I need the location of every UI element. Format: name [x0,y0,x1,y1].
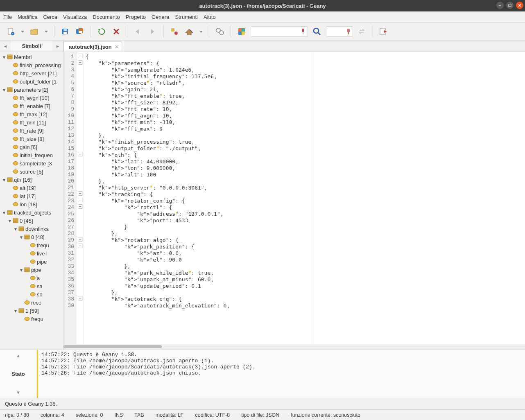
toolbar-dropdown-icon[interactable] [43,26,49,37]
tree-item[interactable]: ▾Membri [1,53,63,61]
nav-forward-button[interactable] [147,26,158,37]
status-column: colonna: 4 [41,412,64,418]
color-picker-button[interactable] [236,26,247,37]
sidebar-prev-icon[interactable]: ◂ [0,41,11,52]
tab-active-file[interactable]: autotrack(3).json ✕ [63,41,122,52]
save-all-button[interactable] [74,26,86,37]
tree-item[interactable]: fft_avgn [10] [1,94,63,102]
menu-file[interactable]: File [3,14,12,20]
horizontal-scrollbar[interactable] [63,344,525,350]
chevron-up-icon[interactable]: ▴ [17,352,20,359]
svg-point-57 [13,170,18,174]
bottom-tab-status[interactable]: Stato [11,371,25,377]
tree-item[interactable]: lat [17] [1,192,63,200]
svg-rect-27 [238,28,242,32]
tree-item[interactable]: http_server [21] [1,69,63,77]
replace-button[interactable] [356,26,368,37]
svg-rect-64 [7,210,12,212]
message-text: Questo è Geany 1.38. [5,401,57,407]
svg-rect-70 [19,227,24,228]
tree-item[interactable]: ▾0 [45] [1,217,63,225]
tree-item[interactable]: a [1,274,63,282]
new-file-button[interactable]: + [5,26,16,37]
tree-item[interactable]: fft_min [11] [1,118,63,126]
tree-item[interactable]: frequ [1,241,63,249]
menu-build[interactable]: Genera [152,14,169,20]
tree-item[interactable]: output_folder [1 [1,77,63,86]
tree-item[interactable]: ▾pipe [1,266,63,274]
run-button[interactable] [214,26,226,37]
menu-project[interactable]: Progetto [126,14,146,20]
close-button[interactable] [516,2,523,9]
sidebar-next-icon[interactable]: ▸ [52,41,63,52]
svg-point-56 [13,162,18,165]
tree-item[interactable]: source [5] [1,167,63,176]
tree-item[interactable]: ▾tracked_objects [1,208,63,217]
toolbar-dropdown-icon[interactable] [20,26,25,37]
tree-item[interactable]: ▾parameters [2] [1,86,63,94]
goto-line-input[interactable] [251,26,308,37]
find-button[interactable] [311,26,323,37]
tree-item[interactable]: samplerate [3 [1,159,63,167]
svg-rect-39 [7,55,12,56]
chevron-down-icon[interactable]: ▾ [17,389,20,395]
svg-rect-79 [25,268,29,269]
svg-marker-21 [171,28,174,32]
status-log[interactable]: 14:57:22: Questo è Geany 1.38.14:57:22: … [37,350,525,398]
svg-rect-69 [13,222,18,223]
menu-search[interactable]: Cerca [43,14,57,20]
menu-view[interactable]: Visualizza [63,14,87,20]
tree-item[interactable]: so [1,290,63,298]
code-editor[interactable]: { "k">"parameters": { "k">"samplerate": … [84,52,525,344]
editor-area: autotrack(3).json ✕ 12345678910111213141… [63,41,525,350]
svg-point-61 [13,186,18,190]
menu-help[interactable]: Aiuto [204,14,216,20]
tree-item[interactable]: lon [18] [1,200,63,208]
tree-item[interactable]: gain [6] [1,143,63,151]
symbol-tree[interactable]: ▾Membri finish_processing http_server [2… [0,52,63,350]
fold-column[interactable]: −−−−−−−−− [77,52,84,344]
tree-item[interactable]: frequ [1,315,63,323]
tree-item[interactable]: fft_size [8] [1,135,63,143]
minimize-button[interactable] [496,2,504,9]
nav-back-button[interactable] [132,26,144,37]
tree-item[interactable]: live l [1,249,63,257]
svg-rect-80 [25,269,29,271]
tree-item[interactable]: fft_max [12] [1,110,63,118]
tree-item[interactable]: finish_processing [1,61,63,69]
svg-rect-29 [238,32,242,35]
tab-label: autotrack(3).json [69,44,112,50]
maximize-button[interactable] [506,2,514,9]
toolbar-dropdown-icon[interactable] [198,26,204,37]
menubar: File Modifica Cerca Visualizza Documento… [0,11,525,23]
svg-point-83 [30,285,35,288]
document-tabs: autotrack(3).json ✕ [63,41,525,52]
svg-rect-66 [7,214,12,215]
save-button[interactable] [59,26,71,37]
search-input[interactable] [326,26,353,37]
menu-tools[interactable]: Strumenti [175,14,198,20]
compile-button[interactable] [169,26,180,37]
tab-close-icon[interactable]: ✕ [115,44,119,50]
quit-button[interactable] [378,26,389,37]
build-button[interactable] [183,26,195,37]
tree-item[interactable]: pipe [1,257,63,266]
tree-item[interactable]: initial_frequen [1,151,63,159]
menu-document[interactable]: Documento [93,14,120,20]
tree-item[interactable]: reco [1,298,63,307]
tree-item[interactable]: ▾downlinks [1,225,63,233]
tree-item[interactable]: ▾qth [16] [1,176,63,184]
tree-item[interactable]: fft_rate [9] [1,126,63,135]
open-file-button[interactable] [29,26,40,37]
svg-rect-1 [509,4,511,7]
svg-rect-87 [19,310,24,312]
tree-item[interactable]: ▾0 [48] [1,233,63,241]
tree-item[interactable]: ▾1 [59] [1,307,63,315]
reload-button[interactable] [96,26,107,37]
sidebar-tab-symbols[interactable]: Simboli [11,41,52,52]
close-file-button[interactable] [111,26,122,37]
tree-item[interactable]: fft_enable [7] [1,102,63,110]
tree-item[interactable]: sa [1,282,63,290]
tree-item[interactable]: alt [19] [1,184,63,192]
menu-edit[interactable]: Modifica [18,14,37,20]
